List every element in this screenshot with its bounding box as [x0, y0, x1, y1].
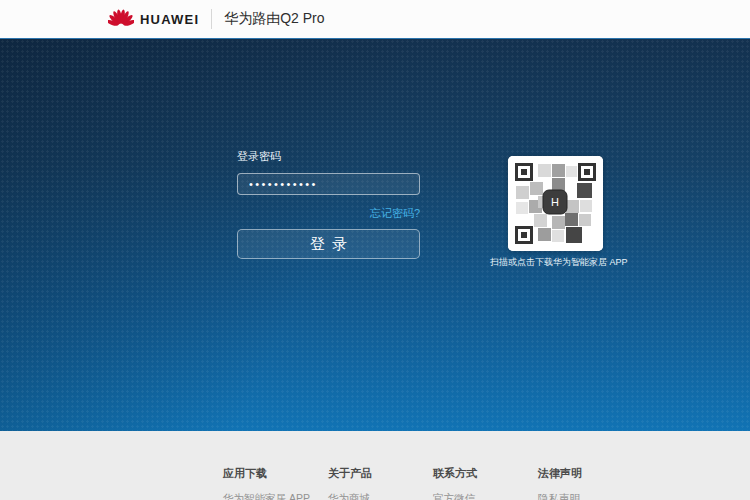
footer-col-about-product: 关于产品 华为商城	[328, 466, 433, 500]
huawei-logo: HUAWEI	[108, 9, 199, 29]
huawei-flower-icon	[108, 9, 134, 29]
qr-code[interactable]: H	[508, 156, 603, 251]
forgot-password-link[interactable]: 忘记密码?	[370, 207, 420, 219]
login-hero: 登录密码 忘记密码? 登录	[0, 38, 750, 431]
footer-link-ai-life-app[interactable]: 华为智能家居 APP	[223, 492, 328, 500]
footer-col-title: 法律声明	[538, 466, 643, 481]
footer-col-title: 联系方式	[433, 466, 538, 481]
login-button[interactable]: 登录	[237, 229, 420, 259]
footer-col-app-download: 应用下载 华为智能家居 APP	[223, 466, 328, 500]
header-divider	[211, 9, 212, 29]
footer-col-legal: 法律声明 隐私声明	[538, 466, 643, 500]
footer-link-wechat[interactable]: 官方微信	[433, 492, 538, 500]
page-footer: 应用下载 华为智能家居 APP 关于产品 华为商城 联系方式 官方微信 法律声明…	[0, 431, 750, 500]
qr-code-image: H	[508, 156, 603, 251]
password-label: 登录密码	[237, 149, 420, 164]
footer-col-title: 应用下载	[223, 466, 328, 481]
password-input[interactable]	[237, 173, 420, 195]
footer-link-vmall[interactable]: 华为商城	[328, 492, 433, 500]
top-header: HUAWEI 华为路由Q2 Pro	[0, 0, 750, 38]
svg-text:H: H	[551, 196, 559, 208]
qr-caption: 扫描或点击下载华为智能家居 APP	[490, 256, 620, 269]
app-download-qr[interactable]: H 扫描或点击下载华为智能家居 APP	[490, 156, 620, 269]
login-form: 登录密码 忘记密码? 登录	[237, 149, 420, 259]
qr-center-logo: H	[543, 190, 567, 214]
brand-name: HUAWEI	[140, 12, 199, 27]
product-title: 华为路由Q2 Pro	[224, 10, 324, 28]
forgot-password-row: 忘记密码?	[237, 203, 420, 216]
footer-col-title: 关于产品	[328, 466, 433, 481]
footer-col-contact: 联系方式 官方微信	[433, 466, 538, 500]
footer-link-privacy[interactable]: 隐私声明	[538, 492, 643, 500]
